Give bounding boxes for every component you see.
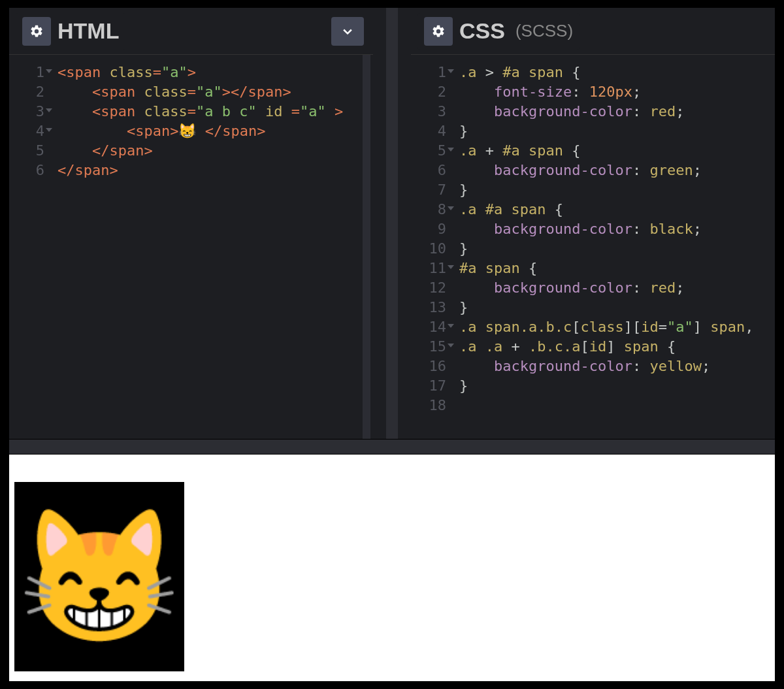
- line-content[interactable]: .a span.a.b.c[class][id="a"] span,: [451, 317, 753, 337]
- fold-icon[interactable]: [46, 69, 52, 73]
- code-line[interactable]: 8.a #a span {: [411, 200, 775, 219]
- line-number: 5: [411, 141, 451, 161]
- cat-emoji: 😸: [18, 511, 181, 642]
- line-content[interactable]: }: [451, 180, 468, 200]
- line-number: 14: [411, 317, 451, 337]
- editor-html-title: HTML: [57, 18, 119, 44]
- line-content[interactable]: <span class="a">: [50, 63, 196, 82]
- line-content[interactable]: <span>😸 </span>: [50, 121, 265, 141]
- line-content[interactable]: }: [451, 376, 468, 396]
- code-line[interactable]: 17}: [411, 376, 775, 396]
- line-content[interactable]: </span>: [50, 141, 153, 161]
- gear-icon[interactable]: [424, 17, 453, 46]
- line-content[interactable]: .a > #a span {: [451, 63, 580, 82]
- line-content[interactable]: background-color: red;: [451, 102, 684, 121]
- code-line[interactable]: 3 <span class="a b c" id ="a" >: [9, 102, 363, 121]
- code-line[interactable]: 1.a > #a span {: [411, 63, 775, 82]
- gear-icon[interactable]: [22, 17, 51, 46]
- code-line[interactable]: 2 font-size: 120px;: [411, 82, 775, 102]
- code-line[interactable]: 5 </span>: [9, 141, 363, 161]
- code-line[interactable]: 4}: [411, 121, 775, 141]
- editor-html: HTML 1<span class="a">2 <span class="a">…: [9, 8, 373, 439]
- code-line[interactable]: 12 background-color: red;: [411, 278, 775, 298]
- line-content[interactable]: .a + #a span {: [451, 141, 580, 161]
- fold-icon[interactable]: [448, 324, 454, 328]
- line-content[interactable]: </span>: [50, 161, 118, 180]
- line-number: 15: [411, 337, 451, 357]
- line-number: 11: [411, 259, 451, 278]
- line-number: 8: [411, 200, 451, 219]
- line-number: 3: [9, 102, 50, 121]
- line-number: 3: [411, 102, 451, 121]
- line-number: 13: [411, 298, 451, 317]
- line-number: 17: [411, 376, 451, 396]
- line-number: 1: [411, 63, 451, 82]
- code-line[interactable]: 4 <span>😸 </span>: [9, 121, 363, 141]
- editor-css-chip: CSS (SCSS): [417, 13, 580, 50]
- line-number: 16: [411, 357, 451, 376]
- code-line[interactable]: 18: [411, 396, 775, 415]
- fold-icon[interactable]: [448, 69, 454, 73]
- line-number: 1: [9, 63, 50, 82]
- line-number: 4: [411, 121, 451, 141]
- code-line[interactable]: 7}: [411, 180, 775, 200]
- code-line[interactable]: 10}: [411, 239, 775, 259]
- line-number: 2: [9, 82, 50, 102]
- app-frame: HTML 1<span class="a">2 <span class="a">…: [8, 7, 776, 682]
- code-line[interactable]: 11#a span {: [411, 259, 775, 278]
- code-line[interactable]: 6 background-color: green;: [411, 161, 775, 180]
- editor-css-title: CSS: [459, 18, 505, 44]
- preview-output: 😸: [14, 482, 184, 671]
- editor-html-chip: HTML: [16, 13, 125, 50]
- line-content[interactable]: <span class="a"></span>: [50, 82, 291, 102]
- line-number: 4: [9, 121, 50, 141]
- code-line[interactable]: 16 background-color: yellow;: [411, 357, 775, 376]
- fold-icon[interactable]: [448, 344, 454, 347]
- code-line[interactable]: 6</span>: [9, 161, 363, 180]
- editor-html-code[interactable]: 1<span class="a">2 <span class="a"></spa…: [9, 55, 370, 439]
- line-content[interactable]: }: [451, 121, 468, 141]
- line-content[interactable]: font-size: 120px;: [451, 82, 641, 102]
- line-number: 7: [411, 180, 451, 200]
- line-content[interactable]: background-color: green;: [451, 161, 702, 180]
- line-content[interactable]: <span class="a b c" id ="a" >: [50, 102, 343, 121]
- fold-icon[interactable]: [448, 148, 454, 152]
- line-content[interactable]: .a #a span {: [451, 200, 563, 219]
- line-number: 2: [411, 82, 451, 102]
- editor-css-subtitle: (SCSS): [515, 21, 573, 41]
- line-content[interactable]: background-color: red;: [451, 278, 684, 298]
- code-line[interactable]: 15.a .a + .b.c.a[id] span {: [411, 337, 775, 357]
- line-content[interactable]: }: [451, 298, 468, 317]
- line-number: 6: [411, 161, 451, 180]
- fold-icon[interactable]: [448, 206, 454, 210]
- editor-css-code[interactable]: 1.a > #a span {2 font-size: 120px;3 back…: [411, 55, 775, 439]
- line-number: 6: [9, 161, 50, 180]
- line-content[interactable]: .a .a + .b.c.a[id] span {: [451, 337, 676, 357]
- line-content[interactable]: [451, 396, 459, 415]
- fold-icon[interactable]: [46, 108, 52, 112]
- line-content[interactable]: }: [451, 239, 468, 259]
- code-line[interactable]: 13}: [411, 298, 775, 317]
- row-resize-handle[interactable]: [9, 439, 775, 455]
- line-number: 18: [411, 396, 451, 415]
- line-number: 10: [411, 239, 451, 259]
- code-line[interactable]: 14.a span.a.b.c[class][id="a"] span,: [411, 317, 775, 337]
- editors-row: HTML 1<span class="a">2 <span class="a">…: [9, 8, 775, 439]
- code-line[interactable]: 1<span class="a">: [9, 63, 363, 82]
- line-number: 12: [411, 278, 451, 298]
- column-resize-handle[interactable]: [386, 8, 398, 439]
- editor-css: CSS (SCSS) 1.a > #a span {2 font-size: 1…: [411, 8, 775, 439]
- code-line[interactable]: 3 background-color: red;: [411, 102, 775, 121]
- code-line[interactable]: 5.a + #a span {: [411, 141, 775, 161]
- line-number: 9: [411, 219, 451, 239]
- preview-pane[interactable]: 😸: [9, 455, 775, 681]
- fold-icon[interactable]: [448, 265, 454, 269]
- line-content[interactable]: background-color: black;: [451, 219, 702, 239]
- line-content[interactable]: #a span {: [451, 259, 537, 278]
- fold-icon[interactable]: [46, 128, 52, 132]
- code-line[interactable]: 9 background-color: black;: [411, 219, 775, 239]
- line-number: 5: [9, 141, 50, 161]
- chevron-down-icon[interactable]: [331, 17, 364, 46]
- line-content[interactable]: background-color: yellow;: [451, 357, 710, 376]
- code-line[interactable]: 2 <span class="a"></span>: [9, 82, 363, 102]
